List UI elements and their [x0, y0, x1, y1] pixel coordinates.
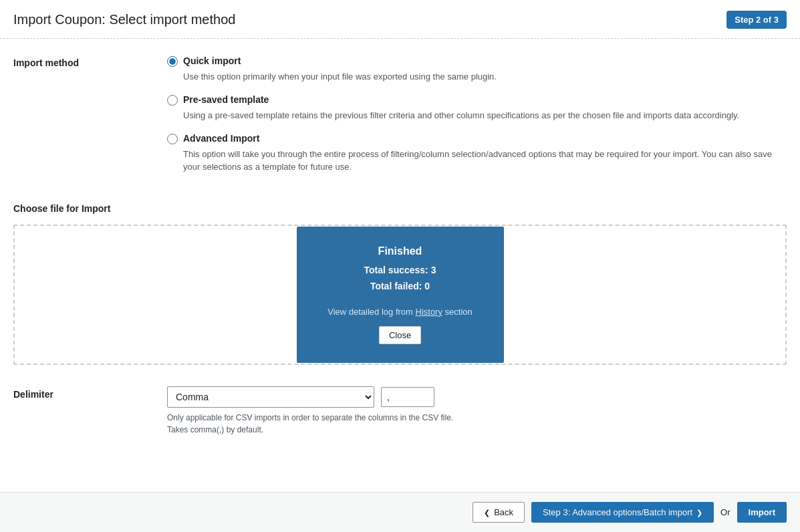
quick-import-label[interactable]: Quick import [183, 55, 241, 68]
delimiter-select[interactable]: Comma Semicolon Tab Pipe [167, 386, 374, 408]
presaved-template-label[interactable]: Pre-saved template [183, 94, 269, 107]
page-header: Import Coupon: Select import method Step… [0, 0, 800, 39]
quick-import-option: Quick import Use this option primarily w… [167, 55, 787, 83]
advanced-import-option: Advanced Import This option will take yo… [167, 132, 787, 174]
import-method-section: Import method Quick import Use this opti… [13, 55, 787, 184]
finished-stats: Total success: 3 Total failed: 0 [323, 263, 477, 295]
delimiter-input[interactable] [381, 387, 434, 407]
next-button[interactable]: Step 3: Advanced options/Batch import [531, 502, 714, 523]
footer-bar: Back Step 3: Advanced options/Batch impo… [0, 492, 800, 532]
back-button[interactable]: Back [473, 502, 525, 523]
choose-file-section: Choose file for Import Finished Total su… [13, 203, 787, 365]
delimiter-section: Delimiter Comma Semicolon Tab Pipe Only … [13, 386, 787, 436]
finished-title: Finished [323, 245, 477, 257]
total-failed: Total failed: 0 [323, 279, 477, 295]
choose-file-label: Choose file for Import [13, 203, 787, 214]
delimiter-content: Comma Semicolon Tab Pipe Only applicable… [167, 386, 787, 436]
total-success: Total success: 3 [323, 263, 477, 279]
file-dropzone[interactable]: Finished Total success: 3 Total failed: … [13, 225, 787, 365]
log-text-after: section [442, 307, 473, 317]
import-method-options: Quick import Use this option primarily w… [167, 55, 787, 184]
delimiter-label: Delimiter [13, 386, 167, 400]
presaved-template-desc: Using a pre-saved template retains the p… [183, 109, 787, 122]
presaved-template-option: Pre-saved template Using a pre-saved tem… [167, 94, 787, 122]
delimiter-controls: Comma Semicolon Tab Pipe [167, 386, 787, 408]
delimiter-hint-line2: Takes comma(,) by default. [167, 424, 787, 436]
presaved-template-radio[interactable] [167, 95, 178, 106]
quick-import-desc: Use this option primarily when your inpu… [183, 70, 787, 84]
import-method-label: Import method [13, 55, 167, 68]
advanced-import-desc: This option will take you through the en… [183, 148, 787, 174]
finished-overlay: Finished Total success: 3 Total failed: … [297, 227, 504, 363]
next-label: Step 3: Advanced options/Batch import [543, 507, 692, 517]
close-button[interactable]: Close [379, 326, 421, 344]
next-chevron-icon [696, 507, 702, 517]
log-text-before: View detailed log from [327, 307, 415, 317]
delimiter-hint: Only applicable for CSV imports in order… [167, 412, 787, 436]
history-link[interactable]: History [416, 307, 442, 317]
finished-log: View detailed log from History section [323, 307, 477, 317]
step-badge: Step 2 of 3 [726, 11, 787, 29]
advanced-import-label[interactable]: Advanced Import [183, 132, 259, 146]
page-title: Import Coupon: Select import method [13, 12, 235, 27]
advanced-import-radio[interactable] [167, 134, 178, 144]
delimiter-hint-line1: Only applicable for CSV imports in order… [167, 412, 787, 424]
or-text: Or [720, 507, 730, 517]
import-button[interactable]: Import [737, 502, 787, 523]
quick-import-radio[interactable] [167, 56, 178, 67]
back-label: Back [494, 507, 513, 517]
back-chevron-icon [484, 507, 490, 517]
